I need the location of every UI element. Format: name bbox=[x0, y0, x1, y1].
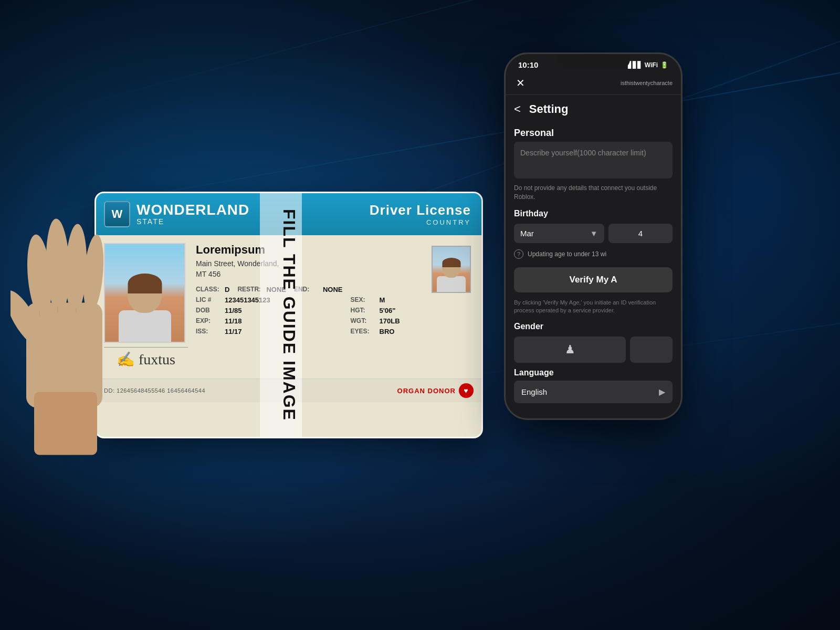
person-hair bbox=[128, 274, 162, 293]
exp-row: EXP: 11/18 bbox=[196, 317, 343, 325]
close-button[interactable]: ✕ bbox=[514, 75, 527, 91]
driver-license-title: Driver License bbox=[370, 202, 471, 218]
class-row: CLASS: D RESTR: NONE END: NONE bbox=[196, 286, 343, 293]
phone-container: 10:10 ▋▋▋ WiFi 🔋 ✕ isthistwentycharacte … bbox=[504, 52, 704, 578]
dob-row: DOB 11/85 bbox=[196, 307, 343, 314]
wgt-row: WGT: 170LB bbox=[351, 317, 474, 325]
gender-option-box[interactable] bbox=[630, 337, 673, 363]
hand-illustration bbox=[10, 213, 126, 467]
organ-donor-text: ORGAN DONOR bbox=[397, 387, 456, 395]
language-label: Language bbox=[506, 366, 681, 380]
gender-person-icon: ♟ bbox=[565, 343, 575, 356]
main-content: W WONDERLAND STATE Driver License COUNTR… bbox=[0, 0, 840, 630]
language-value: English bbox=[521, 387, 547, 396]
day-input[interactable]: 4 bbox=[608, 224, 673, 243]
describe-note: Do not provide any details that connect … bbox=[506, 182, 681, 207]
age-warning-text: Updating age to under 13 wi bbox=[528, 250, 606, 258]
card-body: ✍ fuxtus Loremipsum Main Street, Wonderl… bbox=[96, 235, 481, 379]
header-account: isthistwentycharacte bbox=[621, 80, 673, 86]
back-button[interactable]: < bbox=[514, 100, 525, 118]
info-circle-icon: ? bbox=[514, 249, 523, 259]
hgt-row: HGT: 5'06" bbox=[351, 307, 474, 314]
month-select[interactable]: Mar ▼ bbox=[514, 224, 604, 243]
phone-notch bbox=[556, 54, 630, 69]
card-area: W WONDERLAND STATE Driver License COUNTR… bbox=[42, 0, 514, 630]
country-label: COUNTRY bbox=[370, 218, 471, 226]
card-header-right: Driver License COUNTRY bbox=[359, 193, 481, 235]
svg-rect-6 bbox=[34, 392, 97, 455]
gender-label: Gender bbox=[506, 320, 681, 333]
month-chevron-icon: ▼ bbox=[590, 229, 598, 238]
person-figure bbox=[119, 274, 171, 342]
lic-row: LIC # 123451345123 bbox=[196, 296, 343, 304]
organ-donor: ORGAN DONOR ♥ bbox=[397, 383, 474, 398]
wonderland-text: WONDERLAND bbox=[136, 203, 249, 217]
status-time: 10:10 bbox=[518, 60, 538, 69]
state-title: WONDERLAND STATE bbox=[136, 203, 249, 226]
settings-title: Setting bbox=[529, 102, 569, 116]
thumb-photo-container bbox=[351, 286, 474, 293]
birthday-row: Mar ▼ 4 bbox=[506, 220, 681, 246]
battery-icon: 🔋 bbox=[660, 61, 668, 69]
state-sub-text: STATE bbox=[136, 217, 249, 226]
language-select[interactable]: English ▶ bbox=[514, 381, 673, 403]
id-card: W WONDERLAND STATE Driver License COUNTR… bbox=[94, 192, 483, 438]
month-value: Mar bbox=[520, 229, 534, 238]
eyes-row: EYES: BRO bbox=[351, 328, 474, 335]
personal-section-title: Personal bbox=[506, 123, 681, 142]
iss-row: ISS: 11/17 bbox=[196, 328, 343, 335]
phone-screen: 10:10 ▋▋▋ WiFi 🔋 ✕ isthistwentycharacte … bbox=[506, 54, 681, 418]
verify-note: By clicking 'Verify My Age,' you initiat… bbox=[506, 296, 681, 320]
app-header: ✕ isthistwentycharacte bbox=[506, 71, 681, 95]
heart-icon: ♥ bbox=[459, 383, 474, 398]
person-body bbox=[119, 310, 171, 342]
sex-row: SEX: M bbox=[351, 296, 474, 304]
signal-icon: ▋▋▋ bbox=[628, 61, 642, 69]
language-chevron-icon: ▶ bbox=[659, 387, 665, 397]
gender-select[interactable]: ♟ bbox=[514, 337, 626, 363]
age-warning: ? Updating age to under 13 wi bbox=[506, 246, 681, 264]
settings-header: < Setting bbox=[506, 95, 681, 123]
card-header: W WONDERLAND STATE Driver License COUNTR… bbox=[96, 193, 481, 235]
info-area: Loremipsum Main Street, Wonderland, MT 4… bbox=[196, 243, 474, 371]
info-grid: CLASS: D RESTR: NONE END: NONE bbox=[196, 286, 474, 335]
wifi-icon: WiFi bbox=[645, 61, 658, 69]
thumb-person-hair bbox=[442, 258, 460, 267]
status-icons: ▋▋▋ WiFi 🔋 bbox=[628, 61, 668, 69]
card-footer: DD: 12645648455546 16456464544 ORGAN DON… bbox=[96, 379, 481, 402]
describe-placeholder: Describe yourself(1000 character limit) bbox=[520, 148, 666, 159]
birthday-label: Birthday bbox=[506, 207, 681, 220]
person-head bbox=[128, 274, 162, 313]
describe-input[interactable]: Describe yourself(1000 character limit) bbox=[514, 142, 673, 178]
verify-age-button[interactable]: Verify My A bbox=[514, 267, 673, 292]
thumb-person-head bbox=[442, 258, 460, 278]
thumb-person-body bbox=[437, 276, 466, 292]
phone-frame: 10:10 ▋▋▋ WiFi 🔋 ✕ isthistwentycharacte … bbox=[504, 52, 682, 420]
gender-row: ♟ bbox=[506, 333, 681, 366]
thumb-photo bbox=[432, 246, 471, 293]
